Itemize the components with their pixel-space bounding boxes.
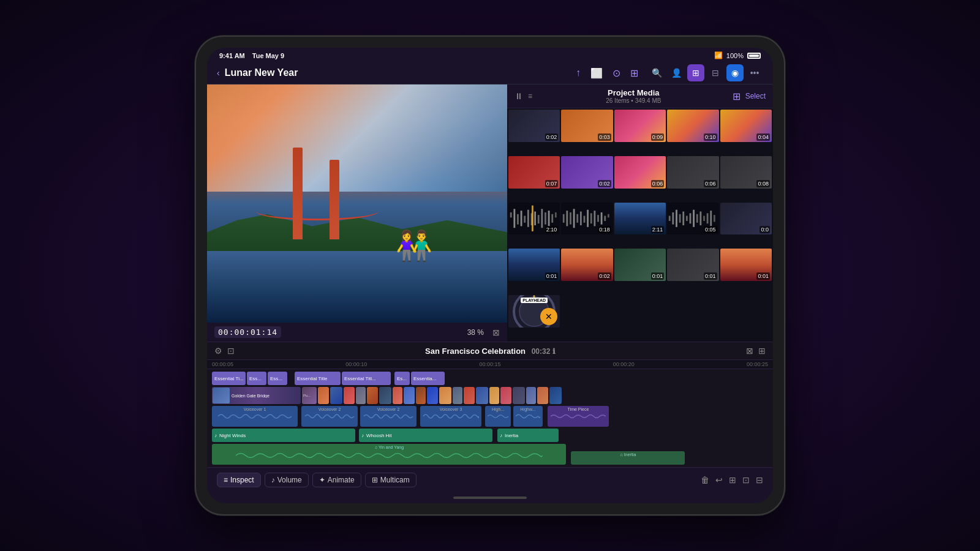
- voiceover-clip[interactable]: Voiceover 1: [212, 406, 298, 427]
- title-clip[interactable]: Essential Titl...: [342, 372, 391, 385]
- svg-rect-20: [580, 212, 582, 226]
- video-clip[interactable]: [356, 387, 366, 404]
- video-clip[interactable]: [549, 387, 562, 404]
- video-clip[interactable]: [476, 387, 488, 404]
- view-more-button[interactable]: •••: [746, 64, 763, 81]
- video-clip[interactable]: [513, 387, 525, 404]
- media-thumb[interactable]: 0:02: [561, 249, 612, 281]
- sfx-clip[interactable]: ♪Night Winds: [212, 429, 355, 442]
- svg-rect-3: [521, 211, 522, 226]
- title-clip[interactable]: Essentia...: [411, 372, 445, 385]
- video-clip[interactable]: [393, 387, 402, 404]
- voiceover-clip[interactable]: Voiceover 2: [301, 406, 358, 427]
- music-clip-inertia[interactable]: ♫ Inertia: [571, 451, 685, 465]
- close-dial-button[interactable]: ✕: [540, 308, 557, 325]
- media-browser: ⏸ ≡ Project Media 26 Items • 349.4 MB ⊞ …: [507, 84, 773, 342]
- media-thumb[interactable]: 0:10: [667, 110, 718, 142]
- media-thumb[interactable]: 0:01: [508, 249, 560, 281]
- video-clip[interactable]: [416, 387, 426, 404]
- title-clip[interactable]: Ess...: [268, 372, 287, 385]
- video-clip[interactable]: [379, 387, 391, 404]
- video-clip[interactable]: [526, 387, 536, 404]
- sfx-clip[interactable]: ♪Inertia: [497, 429, 559, 442]
- camera-icon[interactable]: ⬜: [590, 67, 603, 79]
- title-clip[interactable]: Essential Title: [295, 372, 341, 385]
- video-clip[interactable]: [489, 387, 499, 404]
- media-thumb-dial[interactable]: PLAYHEAD ✕: [508, 295, 560, 328]
- media-thumb[interactable]: 0:07: [508, 156, 560, 189]
- view-photos-button[interactable]: ⊞: [687, 64, 704, 81]
- media-thumb[interactable]: 0:04: [720, 110, 772, 142]
- view-person-button[interactable]: 👤: [668, 64, 685, 81]
- info-button[interactable]: ℹ: [552, 347, 556, 356]
- video-clip[interactable]: [330, 387, 342, 404]
- media-thumb[interactable]: 0:01: [614, 249, 666, 281]
- voiceover-clip[interactable]: Highw...: [513, 406, 543, 427]
- media-thumb[interactable]: 0:06: [667, 156, 718, 189]
- layout-icon[interactable]: ⊞: [729, 475, 736, 485]
- audio-clip[interactable]: Time Piece: [548, 406, 609, 427]
- zoom-icon[interactable]: ⊠: [492, 328, 500, 337]
- media-thumb[interactable]: 0:05: [667, 203, 718, 235]
- voiceover-clip[interactable]: High...: [485, 406, 511, 427]
- view-accent-button[interactable]: ◉: [726, 64, 744, 81]
- clip-icon[interactable]: ⊡: [227, 346, 235, 356]
- voiceover-clip[interactable]: Voiceover 3: [420, 406, 481, 427]
- media-thumb[interactable]: 0:06: [614, 156, 666, 189]
- split-icon[interactable]: ⊡: [742, 475, 750, 485]
- sfx-clip[interactable]: ♪Whoosh Hit: [359, 429, 492, 442]
- video-clip[interactable]: [344, 387, 355, 404]
- animate-tab[interactable]: ✦ Animate: [312, 473, 361, 487]
- view-apps-button[interactable]: ⊟: [707, 64, 724, 81]
- video-clip[interactable]: [537, 387, 548, 404]
- share-icon[interactable]: ↑: [576, 67, 581, 78]
- settings-icon[interactable]: ⚙: [214, 346, 222, 356]
- multicam-label: Multicam: [380, 476, 410, 484]
- timecode-display: 00:00:01:14: [214, 326, 281, 338]
- media-thumb[interactable]: 2:11: [614, 203, 666, 235]
- more-icon[interactable]: ⊞: [758, 346, 766, 356]
- main-video-clip[interactable]: Golden Gate Bridge: [212, 387, 301, 404]
- voiceover-clip[interactable]: Voiceover 2: [360, 406, 417, 427]
- video-clip[interactable]: [404, 387, 415, 404]
- music-clip[interactable]: ♫ Yin and Yang: [212, 444, 566, 465]
- video-clip[interactable]: [464, 387, 475, 404]
- adjust-icon[interactable]: ⊠: [746, 346, 753, 356]
- media-thumb[interactable]: 0:0: [720, 203, 772, 235]
- media-thumb[interactable]: 0:02: [508, 110, 560, 142]
- video-clip[interactable]: [367, 387, 378, 404]
- record-icon[interactable]: ⊙: [612, 67, 620, 79]
- video-clip[interactable]: [500, 387, 511, 404]
- media-thumb[interactable]: 0:01: [720, 249, 772, 281]
- svg-rect-18: [573, 209, 575, 228]
- inspect-tab[interactable]: ≡ Inspect: [217, 473, 261, 487]
- video-clip[interactable]: [318, 387, 329, 404]
- media-thumb[interactable]: 0:09: [614, 110, 666, 142]
- select-button[interactable]: Select: [745, 92, 766, 100]
- media-thumb[interactable]: 0:18: [561, 203, 612, 235]
- more-tools-icon[interactable]: ⊟: [756, 475, 763, 485]
- video-clip[interactable]: [427, 387, 438, 404]
- titles-track: Essential Ti... Ess... Ess... Essential …: [212, 372, 768, 385]
- title-clip[interactable]: Ess...: [247, 372, 266, 385]
- title-clip[interactable]: Es...: [394, 372, 410, 385]
- undo-icon[interactable]: ↩: [715, 475, 723, 485]
- export-icon[interactable]: ⊞: [630, 67, 638, 79]
- media-thumb[interactable]: 0:02: [561, 156, 612, 189]
- media-thumb[interactable]: 2:10: [508, 203, 560, 235]
- view-search-button[interactable]: 🔍: [648, 64, 665, 81]
- video-controls: 00:00:01:14 38 % ⊠: [207, 323, 507, 342]
- video-clip[interactable]: [453, 387, 462, 404]
- grid-view-button[interactable]: ⊞: [733, 91, 741, 102]
- media-thumb[interactable]: 0:01: [667, 249, 718, 281]
- media-thumb[interactable]: 0:08: [720, 156, 772, 189]
- volume-tab[interactable]: ♪ Volume: [265, 473, 309, 487]
- delete-icon[interactable]: 🗑: [701, 475, 709, 485]
- title-clip[interactable]: Essential Ti...: [212, 372, 246, 385]
- media-thumb[interactable]: 0:03: [561, 110, 612, 142]
- pause-button[interactable]: ⏸: [514, 91, 523, 101]
- video-clip[interactable]: [439, 387, 451, 404]
- multicam-tab[interactable]: ⊞ Multicam: [365, 473, 417, 487]
- video-clip[interactable]: Pu...: [302, 387, 317, 404]
- back-button[interactable]: ‹: [217, 68, 220, 78]
